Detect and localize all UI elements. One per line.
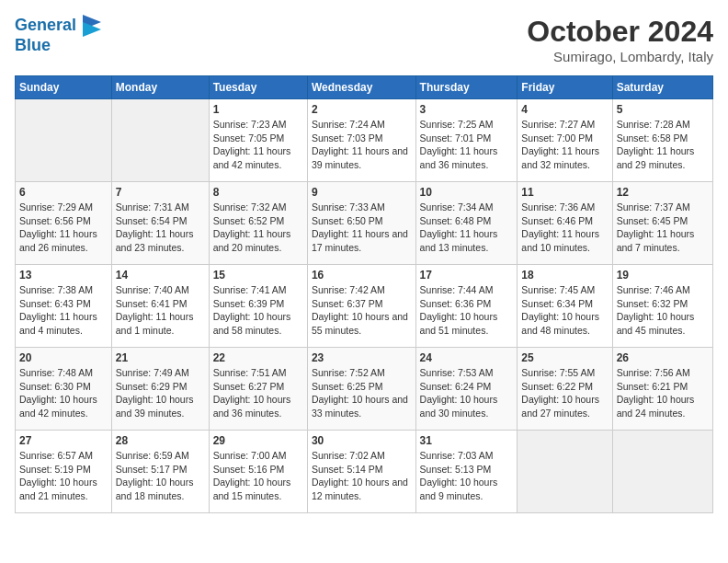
day-number: 12: [617, 186, 709, 199]
calendar-cell: 6Sunrise: 7:29 AM Sunset: 6:56 PM Daylig…: [16, 182, 112, 265]
day-info: Sunrise: 7:53 AM Sunset: 6:24 PM Dayligh…: [420, 366, 514, 420]
calendar-cell: 5Sunrise: 7:28 AM Sunset: 6:58 PM Daylig…: [612, 99, 712, 182]
calendar-week-row: 6Sunrise: 7:29 AM Sunset: 6:56 PM Daylig…: [16, 182, 713, 265]
logo: General Blue: [15, 15, 101, 55]
day-info: Sunrise: 7:24 AM Sunset: 7:03 PM Dayligh…: [312, 118, 412, 172]
calendar-cell: 7Sunrise: 7:31 AM Sunset: 6:54 PM Daylig…: [111, 182, 209, 265]
calendar-week-row: 20Sunrise: 7:48 AM Sunset: 6:30 PM Dayli…: [16, 348, 713, 431]
calendar-table: SundayMondayTuesdayWednesdayThursdayFrid…: [15, 75, 713, 513]
day-info: Sunrise: 7:34 AM Sunset: 6:48 PM Dayligh…: [420, 201, 514, 255]
day-number: 24: [420, 351, 514, 364]
calendar-cell: 25Sunrise: 7:55 AM Sunset: 6:22 PM Dayli…: [518, 348, 612, 431]
weekday-header: Thursday: [415, 76, 518, 99]
weekday-header: Monday: [111, 76, 209, 99]
day-info: Sunrise: 7:44 AM Sunset: 6:36 PM Dayligh…: [420, 283, 514, 338]
day-number: 4: [521, 103, 608, 116]
calendar-cell: 10Sunrise: 7:34 AM Sunset: 6:48 PM Dayli…: [415, 182, 518, 265]
day-number: 31: [420, 434, 514, 447]
calendar-cell: 29Sunrise: 7:00 AM Sunset: 5:16 PM Dayli…: [209, 431, 307, 513]
calendar-cell: 22Sunrise: 7:51 AM Sunset: 6:27 PM Dayli…: [209, 348, 307, 431]
day-number: 14: [116, 269, 205, 282]
day-number: 30: [312, 434, 412, 447]
day-info: Sunrise: 7:00 AM Sunset: 5:16 PM Dayligh…: [213, 449, 303, 503]
day-number: 8: [213, 186, 303, 199]
calendar-cell: 13Sunrise: 7:38 AM Sunset: 6:43 PM Dayli…: [16, 265, 112, 348]
weekday-header: Sunday: [16, 76, 112, 99]
day-number: 27: [19, 434, 108, 447]
day-number: 22: [213, 351, 303, 364]
calendar-body: 1Sunrise: 7:23 AM Sunset: 7:05 PM Daylig…: [16, 99, 713, 513]
calendar-cell: 28Sunrise: 6:59 AM Sunset: 5:17 PM Dayli…: [111, 431, 209, 513]
day-info: Sunrise: 7:28 AM Sunset: 6:58 PM Dayligh…: [617, 118, 709, 172]
day-info: Sunrise: 7:03 AM Sunset: 5:13 PM Dayligh…: [420, 449, 514, 503]
calendar-cell: [518, 431, 612, 513]
calendar-cell: 31Sunrise: 7:03 AM Sunset: 5:13 PM Dayli…: [415, 431, 518, 513]
day-info: Sunrise: 7:40 AM Sunset: 6:41 PM Dayligh…: [116, 283, 205, 338]
day-info: Sunrise: 7:38 AM Sunset: 6:43 PM Dayligh…: [19, 283, 108, 338]
day-info: Sunrise: 7:56 AM Sunset: 6:21 PM Dayligh…: [617, 366, 709, 420]
day-number: 25: [521, 351, 608, 364]
calendar-cell: 27Sunrise: 6:57 AM Sunset: 5:19 PM Dayli…: [16, 431, 112, 513]
calendar-cell: 19Sunrise: 7:46 AM Sunset: 6:32 PM Dayli…: [612, 265, 712, 348]
day-info: Sunrise: 7:32 AM Sunset: 6:52 PM Dayligh…: [213, 201, 303, 255]
logo-text: General: [15, 15, 101, 37]
day-number: 18: [521, 269, 608, 282]
calendar-cell: [111, 99, 209, 182]
header: General Blue October 2024 Sumirago, Lomb…: [15, 15, 713, 64]
calendar-week-row: 1Sunrise: 7:23 AM Sunset: 7:05 PM Daylig…: [16, 99, 713, 182]
day-info: Sunrise: 7:55 AM Sunset: 6:22 PM Dayligh…: [521, 366, 608, 420]
calendar-cell: 2Sunrise: 7:24 AM Sunset: 7:03 PM Daylig…: [307, 99, 415, 182]
calendar-cell: 8Sunrise: 7:32 AM Sunset: 6:52 PM Daylig…: [209, 182, 307, 265]
calendar-week-row: 13Sunrise: 7:38 AM Sunset: 6:43 PM Dayli…: [16, 265, 713, 348]
day-number: 20: [19, 351, 108, 364]
day-info: Sunrise: 7:45 AM Sunset: 6:34 PM Dayligh…: [521, 283, 608, 338]
calendar-cell: 4Sunrise: 7:27 AM Sunset: 7:00 PM Daylig…: [518, 99, 612, 182]
weekday-header: Saturday: [612, 76, 712, 99]
calendar-cell: 18Sunrise: 7:45 AM Sunset: 6:34 PM Dayli…: [518, 265, 612, 348]
day-number: 2: [312, 103, 412, 116]
day-info: Sunrise: 7:33 AM Sunset: 6:50 PM Dayligh…: [312, 201, 412, 255]
title-area: October 2024 Sumirago, Lombardy, Italy: [527, 15, 713, 64]
day-number: 17: [420, 269, 514, 282]
day-info: Sunrise: 7:27 AM Sunset: 7:00 PM Dayligh…: [521, 118, 608, 172]
calendar-week-row: 27Sunrise: 6:57 AM Sunset: 5:19 PM Dayli…: [16, 431, 713, 513]
calendar-cell: 3Sunrise: 7:25 AM Sunset: 7:01 PM Daylig…: [415, 99, 518, 182]
day-number: 23: [312, 351, 412, 364]
calendar-cell: 11Sunrise: 7:36 AM Sunset: 6:46 PM Dayli…: [518, 182, 612, 265]
day-number: 26: [617, 351, 709, 364]
calendar-cell: 1Sunrise: 7:23 AM Sunset: 7:05 PM Daylig…: [209, 99, 307, 182]
day-number: 21: [116, 351, 205, 364]
calendar-cell: 30Sunrise: 7:02 AM Sunset: 5:14 PM Dayli…: [307, 431, 415, 513]
calendar-cell: [16, 99, 112, 182]
day-info: Sunrise: 7:25 AM Sunset: 7:01 PM Dayligh…: [420, 118, 514, 172]
day-info: Sunrise: 7:52 AM Sunset: 6:25 PM Dayligh…: [312, 366, 412, 420]
calendar-cell: 23Sunrise: 7:52 AM Sunset: 6:25 PM Dayli…: [307, 348, 415, 431]
day-number: 28: [116, 434, 205, 447]
calendar-cell: [612, 431, 712, 513]
calendar-cell: 9Sunrise: 7:33 AM Sunset: 6:50 PM Daylig…: [307, 182, 415, 265]
location-title: Sumirago, Lombardy, Italy: [527, 49, 713, 64]
calendar-cell: 21Sunrise: 7:49 AM Sunset: 6:29 PM Dayli…: [111, 348, 209, 431]
calendar-cell: 20Sunrise: 7:48 AM Sunset: 6:30 PM Dayli…: [16, 348, 112, 431]
calendar-cell: 24Sunrise: 7:53 AM Sunset: 6:24 PM Dayli…: [415, 348, 518, 431]
calendar-cell: 26Sunrise: 7:56 AM Sunset: 6:21 PM Dayli…: [612, 348, 712, 431]
day-info: Sunrise: 7:49 AM Sunset: 6:29 PM Dayligh…: [116, 366, 205, 420]
day-info: Sunrise: 7:02 AM Sunset: 5:14 PM Dayligh…: [312, 449, 412, 503]
weekday-header: Wednesday: [307, 76, 415, 99]
day-info: Sunrise: 7:37 AM Sunset: 6:45 PM Dayligh…: [617, 201, 709, 255]
day-info: Sunrise: 6:59 AM Sunset: 5:17 PM Dayligh…: [116, 449, 205, 503]
month-title: October 2024: [527, 15, 713, 49]
calendar-cell: 17Sunrise: 7:44 AM Sunset: 6:36 PM Dayli…: [415, 265, 518, 348]
calendar-cell: 16Sunrise: 7:42 AM Sunset: 6:37 PM Dayli…: [307, 265, 415, 348]
day-info: Sunrise: 7:46 AM Sunset: 6:32 PM Dayligh…: [617, 283, 709, 338]
logo-subtext: Blue: [15, 37, 101, 55]
day-info: Sunrise: 7:31 AM Sunset: 6:54 PM Dayligh…: [116, 201, 205, 255]
calendar-cell: 15Sunrise: 7:41 AM Sunset: 6:39 PM Dayli…: [209, 265, 307, 348]
day-info: Sunrise: 7:36 AM Sunset: 6:46 PM Dayligh…: [521, 201, 608, 255]
day-info: Sunrise: 7:51 AM Sunset: 6:27 PM Dayligh…: [213, 366, 303, 420]
day-info: Sunrise: 7:41 AM Sunset: 6:39 PM Dayligh…: [213, 283, 303, 338]
calendar-cell: 12Sunrise: 7:37 AM Sunset: 6:45 PM Dayli…: [612, 182, 712, 265]
day-number: 13: [19, 269, 108, 282]
day-number: 5: [617, 103, 709, 116]
day-info: Sunrise: 7:48 AM Sunset: 6:30 PM Dayligh…: [19, 366, 108, 420]
